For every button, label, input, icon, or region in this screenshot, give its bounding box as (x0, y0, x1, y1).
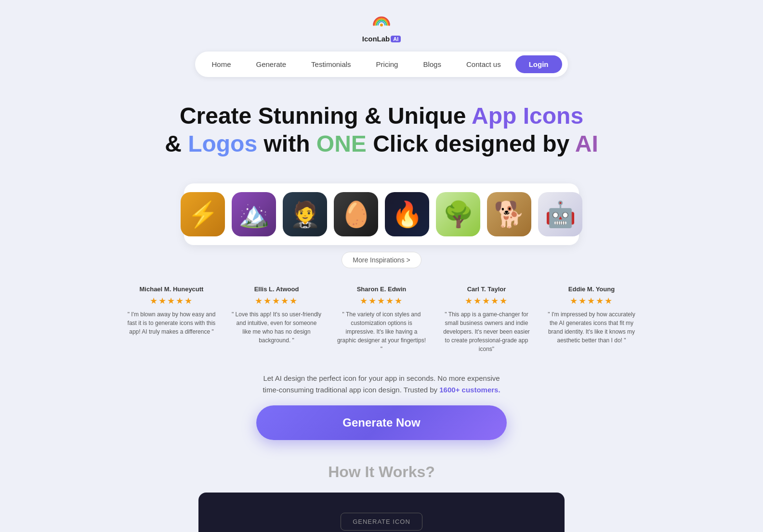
testimonial-card-5: Eddie M. Young ★★★★★ " I'm impressed by … (546, 285, 637, 353)
nav-generate[interactable]: Generate (246, 56, 297, 72)
more-inspirations-button[interactable]: More Inspirations > (342, 252, 421, 268)
hero-title-ampersand: & (165, 131, 188, 156)
app-icon-7[interactable]: 🐕 (487, 192, 531, 236)
testimonial-name-5: Eddie M. Young (546, 285, 637, 293)
testimonial-card-3: Sharon E. Edwin ★★★★★ " The variety of i… (336, 285, 427, 353)
cta-section: Let AI design the perfect icon for your … (237, 373, 526, 440)
logo-icon (371, 12, 392, 33)
generate-icon-button[interactable]: GENERATE ICON (341, 513, 422, 531)
testimonial-text-5: " I'm impressed by how accurately the AI… (546, 310, 637, 345)
cta-customers: 1600+ customers. (439, 386, 500, 394)
nav-testimonials[interactable]: Testimonials (301, 56, 362, 72)
header: IconLab AI Home Generate Testimonials Pr… (0, 0, 763, 77)
hero-title-with: with (257, 131, 316, 156)
testimonial-stars-3: ★★★★★ (336, 296, 427, 306)
nav-pricing[interactable]: Pricing (366, 56, 409, 72)
hero-title-click: Click designed by (367, 131, 575, 156)
hero-highlight-logos: Logos (188, 131, 257, 156)
testimonial-card-4: Carl T. Taylor ★★★★★ " This app is a gam… (441, 285, 532, 353)
logo-area: IconLab AI (362, 12, 401, 43)
generate-now-button[interactable]: Generate Now (256, 405, 507, 440)
app-icon-3[interactable]: 🤵 (283, 192, 327, 236)
testimonial-text-1: " I'm blown away by how easy and fast it… (126, 310, 217, 336)
testimonial-stars-4: ★★★★★ (441, 296, 532, 306)
testimonials-section: Michael M. Huneycutt ★★★★★ " I'm blown a… (117, 285, 646, 353)
svg-point-0 (380, 24, 383, 26)
cta-text-1: Let AI design the perfect icon for your … (263, 374, 500, 382)
logo-text: IconLab (362, 35, 390, 43)
testimonial-name-2: Ellis L. Atwood (231, 285, 322, 293)
nav-blogs[interactable]: Blogs (412, 56, 452, 72)
hero-section: Create Stunning & Unique App Icons & Log… (0, 77, 763, 169)
login-button[interactable]: Login (515, 55, 562, 73)
logo-badge: AI (391, 36, 401, 42)
more-inspirations-wrapper: More Inspirations > (0, 252, 763, 268)
testimonial-card-2: Ellis L. Atwood ★★★★★ " Love this app! I… (231, 285, 322, 353)
cta-text-2: time-consuming traditional app icon desi… (263, 386, 439, 394)
hero-title: Create Stunning & Unique App Icons & Log… (10, 102, 753, 157)
testimonial-text-2: " Love this app! It's so user-friendly a… (231, 310, 322, 345)
hero-highlight-ai: AI (575, 131, 598, 156)
testimonial-stars-2: ★★★★★ (231, 296, 322, 306)
icon-showcase-inner: ⚡ 🏔️ 🤵 🥚 🔥 🌳 🐕 🤖 (181, 192, 582, 236)
hero-highlight-one: ONE (316, 131, 367, 156)
testimonial-name-3: Sharon E. Edwin (336, 285, 427, 293)
nav-home[interactable]: Home (201, 56, 241, 72)
testimonial-stars-5: ★★★★★ (546, 296, 637, 306)
app-icon-5[interactable]: 🔥 (385, 192, 429, 236)
testimonial-stars-1: ★★★★★ (126, 296, 217, 306)
app-icon-6[interactable]: 🌳 (436, 192, 480, 236)
testimonial-name-4: Carl T. Taylor (441, 285, 532, 293)
cta-subtitle: Let AI design the perfect icon for your … (247, 373, 516, 396)
how-it-works-panel: GENERATE ICON (198, 493, 565, 532)
hero-highlight-app-icons: App Icons (472, 103, 583, 129)
how-it-works-section: How It Works? GENERATE ICON (0, 463, 763, 532)
app-icon-4[interactable]: 🥚 (334, 192, 378, 236)
testimonial-text-3: " The variety of icon styles and customi… (336, 310, 427, 353)
testimonial-name-1: Michael M. Huneycutt (126, 285, 217, 293)
hero-title-part1: Create Stunning & Unique (180, 103, 472, 129)
testimonial-text-4: " This app is a game-changer for small b… (441, 310, 532, 353)
app-icon-8[interactable]: 🤖 (538, 192, 582, 236)
nav: Home Generate Testimonials Pricing Blogs… (195, 52, 567, 77)
testimonial-card-1: Michael M. Huneycutt ★★★★★ " I'm blown a… (126, 285, 217, 353)
app-icon-2[interactable]: 🏔️ (232, 192, 276, 236)
app-icon-1[interactable]: ⚡ (181, 192, 225, 236)
icon-showcase: ⚡ 🏔️ 🤵 🥚 🔥 🌳 🐕 🤖 (184, 183, 579, 245)
how-it-works-title: How It Works? (0, 463, 763, 481)
nav-contact[interactable]: Contact us (456, 56, 512, 72)
